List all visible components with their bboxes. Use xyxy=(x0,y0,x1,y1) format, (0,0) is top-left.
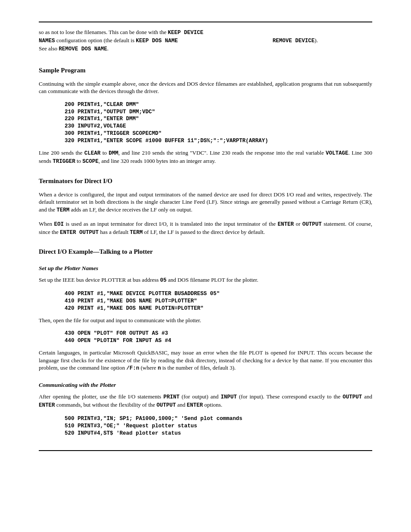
code-block-3: 430 OPEN "PLOT" FOR OUTPUT AS #3 440 OPE… xyxy=(65,330,372,345)
heading-terminators: Terminators for Direct I/O xyxy=(39,177,372,185)
code-block-4: 500 PRINT#3,"IN; SP1; PA1000,1000;" 'Sen… xyxy=(65,415,372,437)
header-line1-left: so as not to lose the filenames. This ca… xyxy=(39,29,168,35)
cmd-remove-dos-name: REMOVE DOS NAME xyxy=(59,46,107,52)
plotcomm-para1: After opening the plotter, use the file … xyxy=(39,393,372,409)
header-line2-end: ). xyxy=(314,37,318,44)
header-line3-end: . xyxy=(107,45,109,52)
header-line3-left: See also xyxy=(39,45,59,52)
terms-para1: When a device is configured, the input a… xyxy=(39,191,372,214)
sample-para2: Line 200 sends the CLEAR to DMM, and lin… xyxy=(39,149,372,165)
terms-para2: When EOI is used as an input terminator … xyxy=(39,220,372,236)
cmd-keep-dos-name: KEEP DOS NAME xyxy=(136,38,178,44)
plotter-para1: Set up the IEEE bus device PLOTTER at bu… xyxy=(39,276,372,284)
subheading-plotter-names: Set up the Plotter Names xyxy=(39,265,372,272)
cmd-keep-device: KEEP DEVICE xyxy=(168,30,203,36)
heading-plotter-example: Direct I/O Example—Talking to a Plotter xyxy=(39,248,372,255)
plotter-para2: Then, open the file for output and input… xyxy=(39,317,372,324)
sample-para1: Continuing with the simple example above… xyxy=(39,80,372,95)
header-line2-mid: configuration option (the default is xyxy=(55,37,136,44)
cmd-names: NAMES xyxy=(39,38,55,44)
heading-sample-program: Sample Program xyxy=(39,67,372,74)
code-block-1: 200 PRINT#1,"CLEAR DMM" 210 PRINT#1,"OUT… xyxy=(65,101,372,145)
subheading-communicating: Communicating with the Plotter xyxy=(39,382,372,389)
plotter-para3: Certain languages, in particular Microso… xyxy=(39,349,372,372)
code-block-2: 400 PRINT #1,"MAKE DEVICE PLOTTER BUSADD… xyxy=(65,290,372,312)
header-paragraph: so as not to lose the filenames. This ca… xyxy=(39,28,372,53)
cmd-remove-device: REMOVE DEVICE xyxy=(273,38,315,44)
